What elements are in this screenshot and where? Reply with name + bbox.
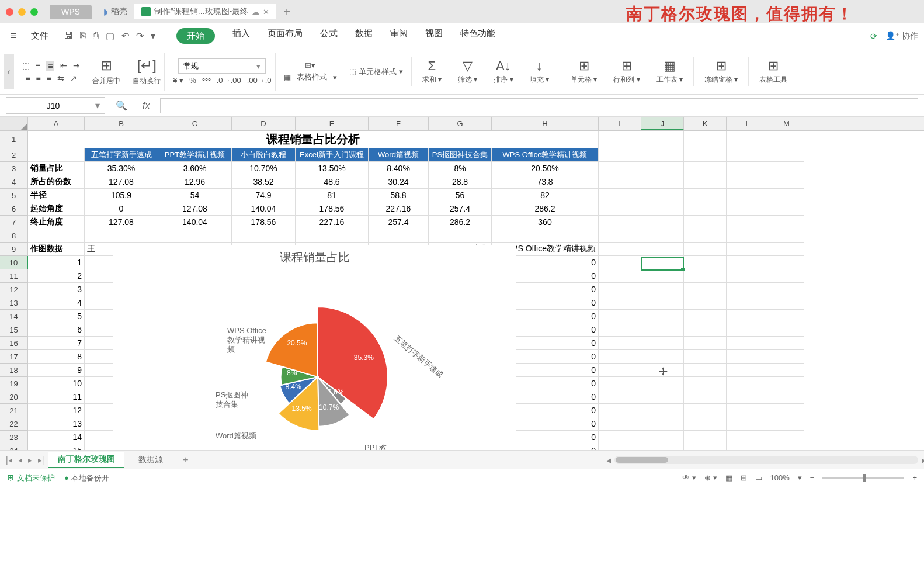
col-C[interactable]: C — [158, 117, 232, 130]
print-icon[interactable]: ⎙ — [93, 30, 99, 41]
table-style-dd[interactable]: ▦表格样式▾ — [284, 72, 337, 82]
save-icon[interactable]: 🖫 — [64, 30, 73, 41]
col-F[interactable]: F — [369, 117, 429, 130]
ribbon-collapse[interactable]: ‹ — [4, 54, 14, 89]
tab-start[interactable]: 开始 — [176, 28, 215, 44]
tab-review[interactable]: 审阅 — [390, 28, 408, 44]
fill-button[interactable]: ↓填充 ▾ — [524, 58, 555, 85]
tab-special[interactable]: 特色功能 — [460, 28, 495, 44]
merge-icon[interactable]: ⊞ — [100, 57, 112, 74]
freeze-button[interactable]: ⊞冻结窗格 ▾ — [699, 58, 744, 85]
undo-icon[interactable]: ↶ — [121, 30, 129, 41]
tab-data[interactable]: 数据 — [355, 28, 373, 44]
view-normal-icon[interactable]: ▦ — [725, 473, 732, 482]
rtl-icon[interactable]: ⇆ — [57, 74, 64, 83]
cells-area[interactable]: 课程销量占比分析五笔打字新手速成PPT教学精讲视频小白脱白教程Excel新手入门… — [28, 131, 924, 450]
dec-dec-icon[interactable]: .00→.0 — [247, 76, 272, 85]
col-I[interactable]: I — [599, 117, 641, 130]
cellstyle-icon[interactable]: ⬚ — [349, 67, 356, 76]
sheet-prev-icon[interactable]: ◂ — [18, 455, 22, 465]
col-B[interactable]: B — [85, 117, 158, 130]
view-read-icon[interactable]: ▭ — [755, 473, 762, 482]
close-window[interactable] — [6, 8, 13, 16]
zoom-level[interactable]: 100% — [770, 473, 790, 482]
namebox-dd-icon[interactable]: ▾ — [95, 100, 100, 111]
grid[interactable]: A B C D E F G H I J K L M 12345678910111… — [0, 117, 924, 450]
file-menu[interactable]: 文件 — [25, 30, 54, 41]
col-J[interactable]: J — [641, 117, 684, 130]
col-L[interactable]: L — [727, 117, 769, 130]
sum-button[interactable]: Σ求和 ▾ — [416, 58, 447, 85]
align-bot-icon[interactable]: ≡ — [46, 61, 54, 71]
orient-icon[interactable]: ↗ — [70, 74, 77, 83]
sheet-tab-rose[interactable]: 南丁格尔玫瑰图 — [48, 452, 124, 468]
rowcol-button[interactable]: ⊞行和列 ▾ — [607, 58, 645, 85]
indent-inc-icon[interactable]: ⇥ — [73, 61, 80, 71]
sheet-tab-source[interactable]: 数据源 — [129, 452, 172, 468]
sheet-first-icon[interactable]: |◂ — [6, 455, 12, 465]
cell-button[interactable]: ⊞单元格 ▾ — [565, 58, 603, 85]
preview-icon[interactable]: ▢ — [106, 30, 114, 41]
zoom-fx-icon[interactable]: 🔍 — [111, 100, 132, 111]
horizontal-scrollbar[interactable]: ◂ ▸ — [614, 456, 918, 464]
wrap-icon[interactable]: [↵] — [137, 57, 157, 74]
tab-layout[interactable]: 页面布局 — [268, 28, 303, 44]
sheet-next-icon[interactable]: ▸ — [28, 455, 32, 465]
zoom-slider[interactable] — [822, 477, 904, 479]
collab-button[interactable]: 👤⁺ 协作 — [885, 31, 918, 41]
backup-status[interactable]: ● 本地备份开 — [64, 473, 109, 483]
close-tab-icon[interactable]: ✕ — [263, 8, 269, 16]
col-A[interactable]: A — [28, 117, 85, 130]
cloud-sync-icon[interactable]: ⟳ — [870, 32, 877, 41]
redo-icon[interactable]: ↷ — [136, 30, 144, 41]
col-D[interactable]: D — [232, 117, 296, 130]
number-format-dd[interactable]: 常规▾ — [178, 58, 266, 74]
new-tab-button[interactable]: + — [276, 5, 297, 19]
name-box-input[interactable] — [11, 100, 95, 111]
hscroll-thumb[interactable] — [616, 457, 668, 463]
zoom-in-icon[interactable]: + — [912, 473, 917, 482]
rose-chart[interactable]: 课程销量占比 35.3%3.6%10.7%13.5%8.4%8%20.5%WPS… — [113, 245, 516, 450]
qa-dropdown-icon[interactable]: ▾ — [151, 30, 155, 41]
save-as-icon[interactable]: ⎘ — [80, 30, 86, 41]
view-page-icon[interactable]: ⊞ — [741, 473, 747, 482]
col-H[interactable]: H — [492, 117, 599, 130]
dec-inc-icon[interactable]: .0→.00 — [217, 76, 241, 85]
tab-view[interactable]: 视图 — [425, 28, 443, 44]
doc-protect-status[interactable]: ⛨ 文档未保护 — [7, 473, 55, 483]
view-eye-icon[interactable]: 👁 ▾ — [682, 473, 696, 482]
docke-tab[interactable]: ◗稻壳 — [96, 4, 134, 19]
comma-icon[interactable]: ᵒᵒᵒ — [202, 76, 211, 85]
select-all-corner[interactable] — [0, 117, 28, 130]
fx-icon[interactable]: fx — [138, 101, 154, 111]
tab-insert[interactable]: 插入 — [232, 28, 250, 44]
sheet-last-icon[interactable]: ▸| — [38, 455, 44, 465]
col-E[interactable]: E — [296, 117, 369, 130]
view-center-icon[interactable]: ⊕ ▾ — [704, 473, 717, 482]
sheet-button[interactable]: ▦工作表 ▾ — [651, 58, 689, 85]
cell-style-dd[interactable]: ⊞▾ — [305, 61, 315, 70]
col-K[interactable]: K — [684, 117, 727, 130]
col-M[interactable]: M — [769, 117, 804, 130]
currency-icon[interactable]: ¥ ▾ — [173, 76, 183, 85]
tools-button[interactable]: ⊞表格工具 — [753, 58, 793, 85]
formula-input[interactable] — [160, 98, 918, 113]
align-center-icon[interactable]: ≡ — [36, 74, 41, 83]
align-left-icon[interactable]: ≡ — [25, 74, 30, 83]
zoom-out-icon[interactable]: − — [810, 473, 815, 482]
indent-dec-icon[interactable]: ⇤ — [60, 61, 67, 71]
align-top-icon[interactable]: ⬚ — [22, 61, 30, 71]
col-G[interactable]: G — [429, 117, 492, 130]
sort-button[interactable]: A↓排序 ▾ — [488, 58, 519, 85]
add-sheet-button[interactable]: + — [177, 455, 194, 465]
filter-button[interactable]: ▽筛选 ▾ — [452, 58, 483, 85]
name-box[interactable]: ▾ — [6, 97, 105, 114]
align-mid-icon[interactable]: ≡ — [36, 61, 40, 71]
document-tab[interactable]: 制作"课程销...玫瑰图-最终 ☁ ✕ — [134, 4, 276, 19]
align-right-icon[interactable]: ≡ — [47, 74, 51, 83]
minimize-window[interactable] — [18, 8, 26, 16]
hamburger-icon[interactable]: ≡ — [6, 30, 22, 42]
maximize-window[interactable] — [30, 8, 38, 16]
wps-home-tab[interactable]: WPS — [50, 5, 92, 19]
percent-icon[interactable]: % — [189, 76, 196, 85]
